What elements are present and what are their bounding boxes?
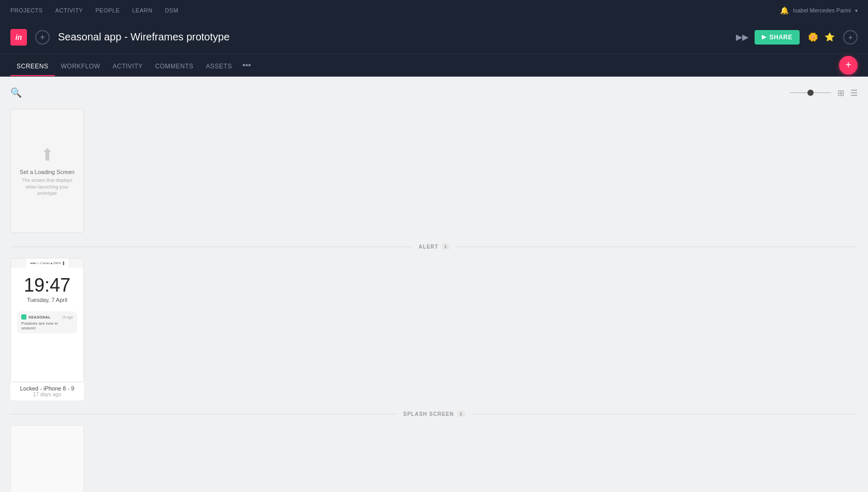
iphone-time: 19:47 [24, 276, 70, 295]
list-view-icon[interactable]: ☰ [850, 88, 858, 98]
screen-card-loading[interactable]: ⬆ Set a Loading Screen The screen that d… [10, 109, 84, 233]
tab-workflow[interactable]: WORKFLOW [55, 63, 107, 76]
alert-screens-grid: ●●●○○ Carrier ▲ 100% ▐ 19:47 Tuesday, 7 … [10, 258, 858, 400]
share-label: SHARE [769, 34, 792, 41]
sep-line-right-alert [456, 247, 858, 247]
screen-card-splash[interactable] [10, 425, 84, 492]
top-nav-right: 🔔 Isabel Mercedes Parini ▾ [780, 6, 858, 15]
status-carrier: ●●●○○ Carrier [30, 262, 50, 265]
invite-button[interactable]: + [843, 30, 858, 45]
notif-app-icon [21, 314, 26, 320]
sep-line-left-splash [10, 414, 397, 414]
splash-section-count: 1 [457, 411, 465, 417]
screen-name-locked: Locked - iPhone 8 - 9 [10, 385, 84, 392]
share-button[interactable]: ▶ SHARE [755, 30, 800, 45]
main-content: 🔍 ⊞ ☰ ⬆ Set a Loading Screen The screen … [0, 77, 868, 492]
project-title: Seasonal app - Wireframes prototype [58, 31, 728, 43]
notification-icon[interactable]: 🔔 [780, 6, 789, 15]
slider-track [790, 92, 831, 93]
iphone-status-bar: ●●●○○ Carrier ▲ 100% ▐ [26, 258, 68, 268]
alert-label-wrap: ALERT 1 [412, 243, 455, 250]
notif-app-row: SEASONAL [21, 314, 51, 320]
iphone-content: 19:47 Tuesday, 7 April SEASONAL 1h ago P… [11, 268, 83, 382]
iphone-date: Tuesday, 7 April [27, 297, 67, 303]
zoom-slider[interactable] [790, 92, 831, 93]
alert-section-separator: ALERT 1 [10, 243, 858, 250]
screen-date-locked: 17 days ago [10, 392, 84, 397]
preview-button[interactable]: ▶▶ [736, 32, 748, 42]
controls-bar: 🔍 ⊞ ☰ [10, 87, 858, 98]
nav-learn[interactable]: LEARN [132, 7, 152, 13]
loading-screen-desc: The screen that displays when launching … [19, 177, 75, 197]
splash-screens-grid [10, 425, 858, 492]
tab-more[interactable]: ••• [238, 61, 255, 76]
add-project-button[interactable]: + [35, 30, 50, 45]
fab-button[interactable]: + [839, 56, 858, 75]
alert-section-label: ALERT [418, 244, 438, 250]
notif-body: Potatoes are now in season! [21, 321, 73, 330]
screen-card-locked[interactable]: ●●●○○ Carrier ▲ 100% ▐ 19:47 Tuesday, 7 … [10, 258, 84, 400]
tab-screens[interactable]: SCREENS [10, 63, 55, 76]
slider-thumb [807, 90, 814, 96]
screen-thumbnail-locked: ●●●○○ Carrier ▲ 100% ▐ 19:47 Tuesday, 7 … [10, 258, 84, 382]
notif-header: SEASONAL 1h ago [21, 314, 73, 320]
avatar-emoji-2: ⭐ [824, 32, 835, 42]
user-dropdown-arrow[interactable]: ▾ [855, 8, 858, 13]
notification-card: SEASONAL 1h ago Potatoes are now in seas… [17, 311, 77, 334]
top-nav: PROJECTS ACTIVITY PEOPLE LEARN DSM 🔔 Isa… [0, 0, 868, 21]
search-button[interactable]: 🔍 [10, 87, 22, 98]
loading-screen-title: Set a Loading Screen [20, 169, 75, 175]
nav-people[interactable]: PEOPLE [95, 7, 120, 13]
avatar-1: 🌼 [806, 30, 820, 45]
splash-section-label: SPLASH SCREEN [403, 411, 454, 417]
avatar-group: 🌼 ⭐ [806, 30, 837, 45]
loading-screen-section: ⬆ Set a Loading Screen The screen that d… [10, 109, 858, 233]
sep-line-right-splash [471, 414, 858, 414]
loading-screen-icon: ⬆ [40, 145, 54, 165]
share-icon: ▶ [762, 34, 766, 40]
project-header: in + Seasonal app - Wireframes prototype… [0, 21, 868, 54]
notif-time: 1h ago [62, 315, 73, 319]
splash-thumbnail [10, 425, 84, 492]
avatar-2: ⭐ [822, 30, 837, 45]
view-controls: ⊞ ☰ [790, 88, 858, 98]
tab-bar: SCREENS WORKFLOW ACTIVITY COMMENTS ASSET… [0, 54, 868, 77]
status-battery: 100% ▐ [53, 262, 64, 265]
tab-comments[interactable]: COMMENTS [149, 63, 200, 76]
splash-section-separator: SPLASH SCREEN 1 [10, 411, 858, 417]
grid-view-icon[interactable]: ⊞ [837, 88, 844, 98]
screen-thumbnail-loading: ⬆ Set a Loading Screen The screen that d… [10, 109, 84, 233]
alert-section-count: 1 [442, 243, 450, 250]
nav-projects[interactable]: PROJECTS [10, 7, 43, 13]
top-nav-items: PROJECTS ACTIVITY PEOPLE LEARN DSM [10, 7, 178, 13]
avatar-emoji-1: 🌼 [808, 32, 818, 42]
nav-activity[interactable]: ACTIVITY [55, 7, 83, 13]
tab-activity[interactable]: ACTIVITY [107, 63, 149, 76]
sep-line-left-alert [10, 247, 412, 247]
user-menu[interactable]: Isabel Mercedes Parini [793, 7, 851, 13]
tab-assets[interactable]: ASSETS [200, 63, 238, 76]
notif-app-name: SEASONAL [28, 315, 51, 319]
project-header-actions: ▶▶ ▶ SHARE 🌼 ⭐ + [736, 30, 858, 45]
screen-info-locked: Locked - iPhone 8 - 9 17 days ago [10, 382, 84, 400]
invision-logo: in [10, 29, 27, 46]
splash-label-wrap: SPLASH SCREEN 1 [397, 411, 471, 417]
nav-dsm[interactable]: DSM [165, 7, 178, 13]
